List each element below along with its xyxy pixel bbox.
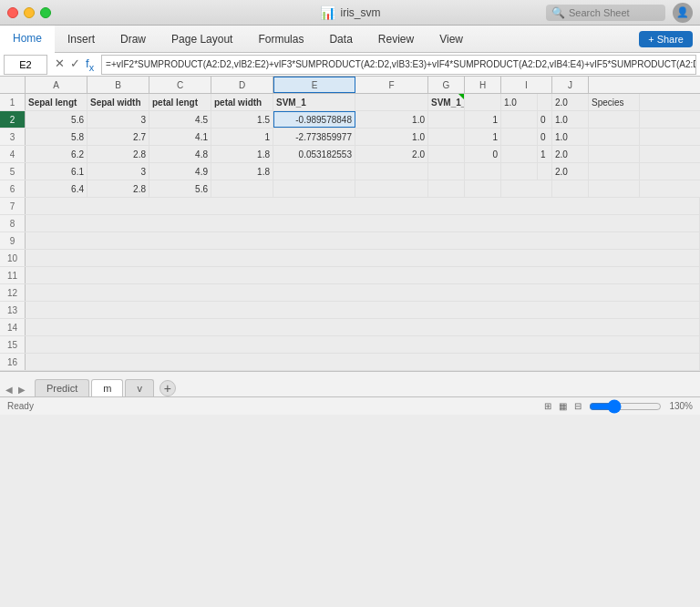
cell-i4[interactable] [501,146,538,162]
tab-data[interactable]: Data [316,26,365,53]
search-box[interactable]: 🔍 [546,5,665,21]
function-icon[interactable]: fx [86,57,94,73]
cell-species5[interactable] [589,163,640,180]
page-icon[interactable]: ▦ [559,401,567,411]
col-header-i[interactable]: I [501,77,552,93]
cell-species4[interactable] [589,146,640,162]
cell-empty-16[interactable] [26,354,700,370]
cell-e3[interactable]: -2.773859977 [273,129,355,145]
cell-h6[interactable] [465,180,501,197]
cell-c2[interactable]: 4.5 [149,111,211,128]
cell-c3[interactable]: 4.1 [149,129,211,145]
cell-empty-13[interactable] [26,302,700,318]
sheet-tab-m[interactable]: m [91,379,123,396]
cell-j4[interactable]: 2.0 [552,146,589,162]
cell-b2[interactable]: 3 [88,111,149,128]
tab-review[interactable]: Review [365,26,427,53]
cell-b3[interactable]: 2.7 [88,129,149,145]
cell-empty-12[interactable] [26,284,700,301]
cell-f3[interactable]: 1.0 [355,129,428,145]
tab-page-layout[interactable]: Page Layout [159,26,245,53]
cell-i2[interactable] [501,111,538,128]
cell-species3[interactable] [589,129,640,145]
sheet-tab-predict[interactable]: Predict [35,379,89,396]
cell-i1[interactable]: 1.0 [501,94,538,110]
cell-j2[interactable]: 1.0 [552,111,589,128]
cell-blank-2[interactable]: 0 [538,111,552,128]
cell-e1[interactable]: SVM_1 [273,94,355,110]
cell-c1[interactable]: petal lengt [149,94,211,110]
cell-blank-4[interactable]: 1 [538,146,552,162]
add-sheet-button[interactable]: + [160,380,176,396]
cell-e6[interactable] [273,180,355,197]
cell-empty-7[interactable] [26,198,700,214]
cell-k6[interactable] [589,180,640,197]
cell-species2[interactable] [589,111,640,128]
cell-j3[interactable]: 1.0 [552,129,589,145]
cell-reference[interactable]: E2 [4,55,47,75]
cell-a2[interactable]: 5.6 [26,111,88,128]
tab-draw[interactable]: Draw [108,26,159,53]
cell-b6[interactable]: 2.8 [88,180,149,197]
cell-species-1[interactable]: Species [589,94,640,110]
cell-a1[interactable]: Sepal lengt [26,94,88,110]
cell-f2[interactable]: 1.0 [355,111,428,128]
cell-j1[interactable]: 2.0 [552,94,589,110]
cell-g4[interactable] [428,146,465,162]
col-header-h[interactable]: H [465,77,501,93]
cell-blank-5[interactable] [538,163,552,180]
confirm-formula-icon[interactable]: ✓ [70,57,80,73]
cell-h5[interactable] [465,163,501,180]
fullscreen-button[interactable] [40,7,51,18]
cell-empty-9[interactable] [26,232,700,249]
cell-empty-14[interactable] [26,319,700,335]
cell-h4[interactable]: 0 [465,146,501,162]
cell-d3[interactable]: 1 [211,129,273,145]
search-input[interactable] [569,7,660,18]
cell-f1[interactable] [355,94,428,110]
cell-blank-1[interactable] [538,94,552,110]
cell-a6[interactable]: 6.4 [26,180,88,197]
cell-a4[interactable]: 6.2 [26,146,88,162]
cell-h1[interactable] [465,94,501,110]
cell-i3[interactable] [501,129,538,145]
col-header-e[interactable]: E [273,77,355,93]
sheet-nav-next[interactable]: ▶ [16,383,27,396]
tab-insert[interactable]: Insert [55,26,108,53]
cell-blank-3[interactable]: 0 [538,129,552,145]
cell-e5[interactable] [273,163,355,180]
cell-d6[interactable] [211,180,273,197]
cell-empty-8[interactable] [26,215,700,231]
cell-empty-15[interactable] [26,336,700,353]
cell-e2[interactable]: -0.989578848 [273,111,355,128]
cell-c4[interactable]: 4.8 [149,146,211,162]
sheet-tab-v[interactable]: v [125,379,154,396]
cell-empty-11[interactable] [26,267,700,283]
cell-d4[interactable]: 1.8 [211,146,273,162]
tab-formulas[interactable]: Formulas [245,26,316,53]
formula-content[interactable]: =+vIF2*SUMPRODUCT(A2:D2,vIB2:E2)+vIF3*SU… [101,55,696,75]
cell-f6[interactable] [355,180,428,197]
cell-b5[interactable]: 3 [88,163,149,180]
col-header-c[interactable]: C [149,77,211,93]
cell-h2[interactable]: 1 [465,111,501,128]
cell-f4[interactable]: 2.0 [355,146,428,162]
cell-c5[interactable]: 4.9 [149,163,211,180]
cell-c6[interactable]: 5.6 [149,180,211,197]
close-button[interactable] [7,7,18,18]
cell-j5[interactable]: 2.0 [552,163,589,180]
cell-d1[interactable]: petal width [211,94,273,110]
zoom-slider[interactable] [589,399,662,414]
col-header-a[interactable]: A [26,77,88,93]
cell-h3[interactable]: 1 [465,129,501,145]
tab-home[interactable]: Home [0,26,55,53]
cell-d2[interactable]: 1.5 [211,111,273,128]
cell-i5[interactable] [501,163,538,180]
cell-empty-10[interactable] [26,250,700,266]
layout-icon[interactable]: ⊟ [574,401,582,411]
cell-b1[interactable]: Sepal width [88,94,149,110]
cell-a5[interactable]: 6.1 [26,163,88,180]
cell-g2[interactable] [428,111,465,128]
col-header-b[interactable]: B [88,77,149,93]
tab-view[interactable]: View [427,26,476,53]
